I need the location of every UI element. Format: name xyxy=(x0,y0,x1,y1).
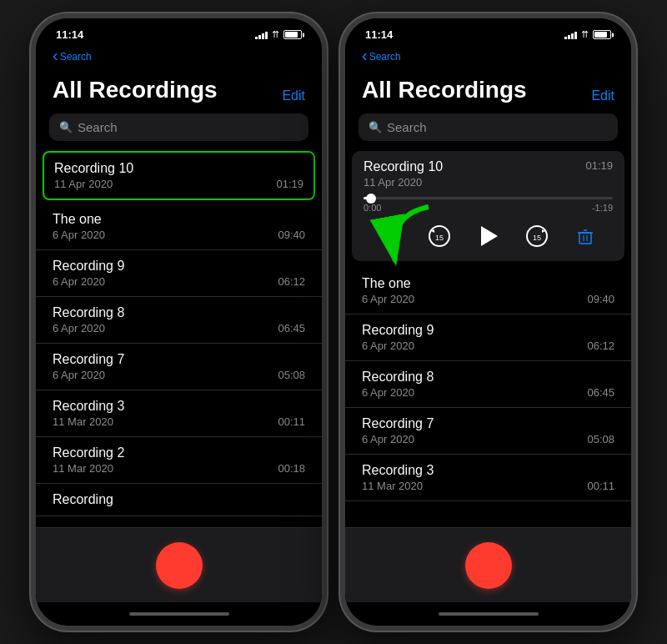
recording-date-p2-3: 6 Apr 2020 xyxy=(362,433,414,445)
list-item[interactable]: The one 6 Apr 2020 09:40 xyxy=(345,268,631,314)
recording-name-0: Recording 10 xyxy=(54,161,303,176)
signal-bar-2-4 xyxy=(574,32,577,39)
recording-duration-0: 01:19 xyxy=(276,178,303,190)
recording-meta-0: 11 Apr 2020 01:19 xyxy=(54,178,303,190)
recording-name-4: Recording 7 xyxy=(53,352,305,367)
list-item[interactable]: Recording 7 6 Apr 2020 05:08 xyxy=(36,344,322,390)
list-item[interactable]: The one 6 Apr 2020 09:40 xyxy=(36,204,322,250)
play-button[interactable] xyxy=(473,221,503,251)
record-button-1[interactable] xyxy=(156,542,203,589)
app-content-1: All Recordings Edit 🔍 Search Recording 1… xyxy=(36,72,322,602)
home-bar-1 xyxy=(129,612,229,616)
recording-name-p2-0: The one xyxy=(362,276,614,291)
recording-meta-3: 6 Apr 2020 06:45 xyxy=(53,322,305,335)
list-item[interactable]: Recording 7 6 Apr 2020 05:08 xyxy=(345,408,631,455)
search-text-1: Search xyxy=(78,120,118,134)
recording-name-p2-2: Recording 8 xyxy=(362,370,614,385)
recording-name-7: Recording xyxy=(53,492,305,507)
recording-duration-4: 05:08 xyxy=(278,369,305,381)
page-title-2: All Recordings xyxy=(362,77,527,103)
recording-meta-6: 11 Mar 2020 00:18 xyxy=(53,462,305,475)
recording-duration-5: 00:11 xyxy=(278,415,305,428)
recording-meta-p2-2: 6 Apr 2020 06:45 xyxy=(362,386,614,399)
recording-date-p2-1: 6 Apr 2020 xyxy=(362,340,414,352)
status-bar-1: 11:14 ⇈ xyxy=(36,18,322,44)
recording-meta-p2-0: 6 Apr 2020 09:40 xyxy=(362,293,614,305)
home-indicator-1 xyxy=(36,602,322,626)
svg-marker-2 xyxy=(481,226,498,246)
recording-name-p2-1: Recording 9 xyxy=(362,323,614,338)
player-listed-duration: 01:19 xyxy=(585,159,613,172)
back-chevron-1: ‹ xyxy=(53,46,58,65)
recording-date-2: 6 Apr 2020 xyxy=(53,275,105,288)
recording-name-5: Recording 3 xyxy=(53,399,305,414)
recording-date-p2-0: 6 Apr 2020 xyxy=(362,293,414,305)
recording-meta-4: 6 Apr 2020 05:08 xyxy=(53,369,305,381)
status-icons-2: ⇈ xyxy=(564,29,611,40)
recording-date-1: 6 Apr 2020 xyxy=(53,229,105,241)
wifi-icon-1: ⇈ xyxy=(272,29,279,40)
nav-back-label-1: Search xyxy=(60,51,92,63)
app-content-2: All Recordings Edit 🔍 Search Recording 1… xyxy=(345,72,631,602)
signal-bar-4 xyxy=(265,32,268,39)
signal-bars-2 xyxy=(564,31,577,39)
record-bar-1 xyxy=(36,527,322,602)
recording-date-5: 11 Mar 2020 xyxy=(53,415,113,428)
top-bar-2: All Recordings Edit xyxy=(345,72,631,110)
status-bar-2: 11:14 ⇈ xyxy=(345,18,631,44)
home-bar-2 xyxy=(439,612,539,616)
list-item[interactable]: Recording 3 11 Mar 2020 00:11 xyxy=(36,390,322,437)
list-item[interactable]: Recording 3 11 Mar 2020 00:11 xyxy=(345,455,631,501)
recording-name-2: Recording 9 xyxy=(53,259,305,274)
recording-duration-p2-0: 09:40 xyxy=(587,293,614,305)
recording-duration-1: 09:40 xyxy=(278,229,305,241)
recording-item-highlighted[interactable]: Recording 10 11 Apr 2020 01:19 xyxy=(43,151,315,200)
search-icon-1: 🔍 xyxy=(59,121,73,133)
nav-back-1[interactable]: ‹ Search xyxy=(53,46,92,67)
signal-bars-1 xyxy=(255,31,268,39)
back-chevron-2: ‹ xyxy=(362,46,368,65)
recording-duration-6: 00:18 xyxy=(278,462,305,475)
delete-button[interactable] xyxy=(570,221,600,251)
signal-bar-1 xyxy=(255,37,258,39)
recording-name-3: Recording 8 xyxy=(53,305,305,320)
list-item[interactable]: Recording 2 11 Mar 2020 00:18 xyxy=(36,437,322,484)
recording-meta-5: 11 Mar 2020 00:11 xyxy=(53,415,305,428)
battery-fill-1 xyxy=(285,32,298,38)
remaining-time-label: -1:19 xyxy=(592,203,613,213)
status-time-1: 11:14 xyxy=(56,28,83,41)
list-item[interactable]: Recording 9 6 Apr 2020 06:12 xyxy=(36,250,322,297)
play-icon xyxy=(474,223,501,249)
phone-1-inner: 11:14 ⇈ ‹ Se xyxy=(36,18,322,626)
search-bar-2[interactable]: 🔍 Search xyxy=(359,113,618,141)
recording-meta-p2-1: 6 Apr 2020 06:12 xyxy=(362,340,614,352)
search-bar-1[interactable]: 🔍 Search xyxy=(49,113,308,141)
status-time-2: 11:14 xyxy=(365,28,393,41)
list-item[interactable]: Recording xyxy=(36,484,322,516)
forward-button[interactable]: 15 xyxy=(522,221,552,251)
list-item[interactable]: Recording 8 6 Apr 2020 06:45 xyxy=(36,297,322,344)
player-date: 11 Apr 2020 xyxy=(364,176,585,189)
nav-back-2[interactable]: ‹ Search xyxy=(362,46,401,67)
phone-1: 11:14 ⇈ ‹ Se xyxy=(31,13,327,631)
battery-icon-1 xyxy=(283,30,302,39)
battery-icon-2 xyxy=(593,30,611,39)
top-bar-1: All Recordings Edit xyxy=(36,72,322,110)
edit-button-1[interactable]: Edit xyxy=(282,88,305,103)
recording-date-0: 11 Apr 2020 xyxy=(54,178,113,190)
recordings-list-2: The one 6 Apr 2020 09:40 Recording 9 6 A… xyxy=(345,268,631,527)
status-icons-1: ⇈ xyxy=(255,29,302,40)
player-title: Recording 10 xyxy=(364,159,585,174)
edit-button-2[interactable]: Edit xyxy=(591,88,614,103)
svg-rect-5 xyxy=(579,233,591,244)
nav-bar-1: ‹ Search xyxy=(36,44,322,72)
wifi-icon-2: ⇈ xyxy=(581,29,589,40)
recording-duration-3: 06:45 xyxy=(278,322,305,335)
phone-2: 11:14 ⇈ ‹ Se xyxy=(340,13,636,631)
list-item[interactable]: Recording 9 6 Apr 2020 06:12 xyxy=(345,314,631,361)
recording-date-4: 6 Apr 2020 xyxy=(53,369,105,381)
recording-name-1: The one xyxy=(53,212,305,227)
list-item[interactable]: Recording 8 6 Apr 2020 06:45 xyxy=(345,361,631,408)
player-title-area: Recording 10 11 Apr 2020 xyxy=(364,159,585,189)
record-button-2[interactable] xyxy=(465,542,512,589)
